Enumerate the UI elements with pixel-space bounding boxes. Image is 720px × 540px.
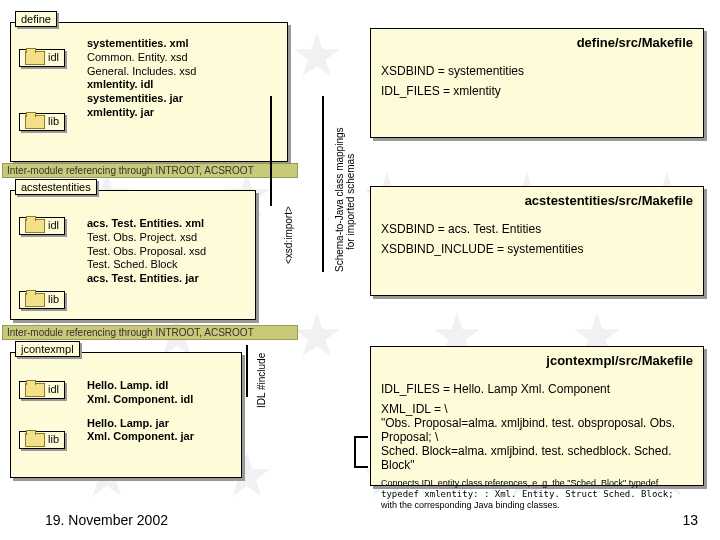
module-define-label: define xyxy=(15,11,57,27)
lib-label: lib xyxy=(48,115,59,127)
connector xyxy=(354,466,368,468)
footer-page-number: 13 xyxy=(682,512,698,528)
module-acs: acstestentities idl lib acs. Test. Entit… xyxy=(10,190,256,320)
file: Test. Sched. Block xyxy=(87,258,206,272)
makefile-title: acstestentities/src/Makefile xyxy=(381,193,693,208)
folder-idl: idl xyxy=(19,217,65,235)
vlabel-import: <xsd:import> xyxy=(283,206,294,264)
vlabel-schema1: Schema-to-Java class mappings xyxy=(334,127,345,272)
makefile-line: "Obs. Proposal=alma. xmljbind. test. obs… xyxy=(381,416,693,444)
makefile-line: IDL_FILES = Hello. Lamp Xml. Component xyxy=(381,382,693,396)
vlabel-schema2: for imported schemas xyxy=(345,154,356,250)
folder-icon xyxy=(25,383,45,397)
makefile-title: define/src/Makefile xyxy=(381,35,693,50)
folder-idl: idl xyxy=(19,381,65,399)
makefile-line: XSDBIND = systementities xyxy=(381,64,693,78)
makefile-line: XML_IDL = \ xyxy=(381,402,693,416)
file: Test. Obs. Project. xsd xyxy=(87,231,206,245)
idl-label: idl xyxy=(48,383,59,395)
makefile-line: Sched. Block=alma. xmljbind. test. sched… xyxy=(381,444,693,472)
module-jcon: jcontexmpl idl lib Hello. Lamp. idl Xml.… xyxy=(10,352,242,478)
idl-label: idl xyxy=(48,219,59,231)
jcon-file-list: Hello. Lamp. idl Xml. Component. idl Hel… xyxy=(87,379,194,444)
idl-label: idl xyxy=(48,51,59,63)
makefile-acs: acstestentities/src/Makefile XSDBIND = a… xyxy=(370,186,704,296)
folder-icon xyxy=(25,51,45,65)
lib-label: lib xyxy=(48,293,59,305)
connector xyxy=(354,436,368,438)
module-acs-label: acstestentities xyxy=(15,179,97,195)
file: acs. Test. Entities. jar xyxy=(87,272,206,286)
connector xyxy=(322,96,324,272)
makefile-title: jcontexmpl/src/Makefile xyxy=(381,353,693,368)
folder-idl: idl xyxy=(19,49,65,67)
makefile-note: with the corresponding Java binding clas… xyxy=(381,500,693,511)
makefile-line: XSDBIND_INCLUDE = systementities xyxy=(381,242,693,256)
makefile-line: IDL_FILES = xmlentity xyxy=(381,84,693,98)
module-jcon-label: jcontexmpl xyxy=(15,341,80,357)
makefile-jcon: jcontexmpl/src/Makefile IDL_FILES = Hell… xyxy=(370,346,704,486)
folder-lib: lib xyxy=(19,291,65,309)
folder-lib: lib xyxy=(19,113,65,131)
file: Hello. Lamp. idl xyxy=(87,379,194,393)
connector xyxy=(354,436,356,466)
file: systementities. xml xyxy=(87,37,196,51)
file: acs. Test. Entities. xml xyxy=(87,217,206,231)
makefile-line: XSDBIND = acs. Test. Entities xyxy=(381,222,693,236)
acs-file-list: acs. Test. Entities. xml Test. Obs. Proj… xyxy=(87,217,206,286)
module-define: define idl lib systementities. xml Commo… xyxy=(10,22,288,162)
makefile-note: Connects IDL entity class references, e.… xyxy=(381,478,693,489)
file: Xml. Component. idl xyxy=(87,393,194,407)
ref-bar-1: Inter-module referencing through INTROOT… xyxy=(2,163,298,178)
file: Common. Entity. xsd xyxy=(87,51,196,65)
file: General. Includes. xsd xyxy=(87,65,196,79)
file: Hello. Lamp. jar xyxy=(87,417,194,431)
folder-icon xyxy=(25,293,45,307)
folder-icon xyxy=(25,219,45,233)
footer-date: 19. November 2002 xyxy=(45,512,168,528)
connector xyxy=(246,345,248,397)
makefile-note: typedef xmlentity: : Xml. Entity. Struct… xyxy=(381,489,693,500)
folder-icon xyxy=(25,433,45,447)
file: Xml. Component. jar xyxy=(87,430,194,444)
define-file-list: systementities. xml Common. Entity. xsd … xyxy=(87,37,196,120)
vlabel-include: IDL #include xyxy=(256,353,267,408)
connector xyxy=(270,96,272,206)
file: xmlentity. idl xyxy=(87,78,196,92)
folder-lib: lib xyxy=(19,431,65,449)
lib-label: lib xyxy=(48,433,59,445)
file: Test. Obs. Proposal. xsd xyxy=(87,245,206,259)
folder-icon xyxy=(25,115,45,129)
makefile-define: define/src/Makefile XSDBIND = systementi… xyxy=(370,28,704,138)
file: xmlentity. jar xyxy=(87,106,196,120)
file: systementities. jar xyxy=(87,92,196,106)
ref-bar-2: Inter-module referencing through INTROOT… xyxy=(2,325,298,340)
